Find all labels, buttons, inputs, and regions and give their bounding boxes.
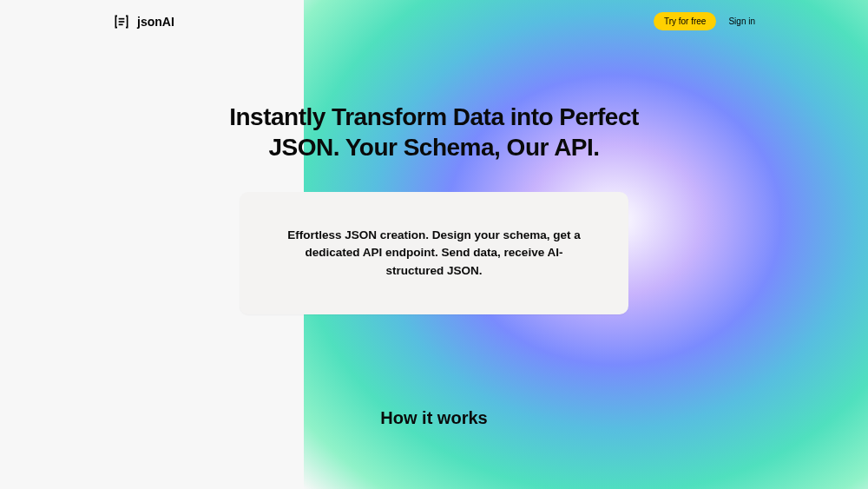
hero-section: Instantly Transform Data into Perfect JS… [0,43,868,314]
hero-card-text: Effortless JSON creation. Design your sc… [283,227,585,280]
header-actions: Try for free Sign in [654,12,755,30]
hero-title-line1: Instantly Transform Data into Perfect [229,103,639,130]
hero-card: Effortless JSON creation. Design your sc… [240,192,628,314]
try-for-free-button[interactable]: Try for free [654,12,717,30]
logo-icon [113,13,130,30]
sign-in-button[interactable]: Sign in [728,17,755,26]
hero-title-line2: JSON. Your Schema, Our API. [268,134,599,161]
header: jsonAI Try for free Sign in [0,0,868,43]
logo-group[interactable]: jsonAI [113,13,174,30]
hero-title: Instantly Transform Data into Perfect JS… [191,102,677,162]
how-it-works-title: How it works [0,408,868,428]
brand-name: jsonAI [137,15,174,29]
how-it-works-section: How it works [0,408,868,428]
